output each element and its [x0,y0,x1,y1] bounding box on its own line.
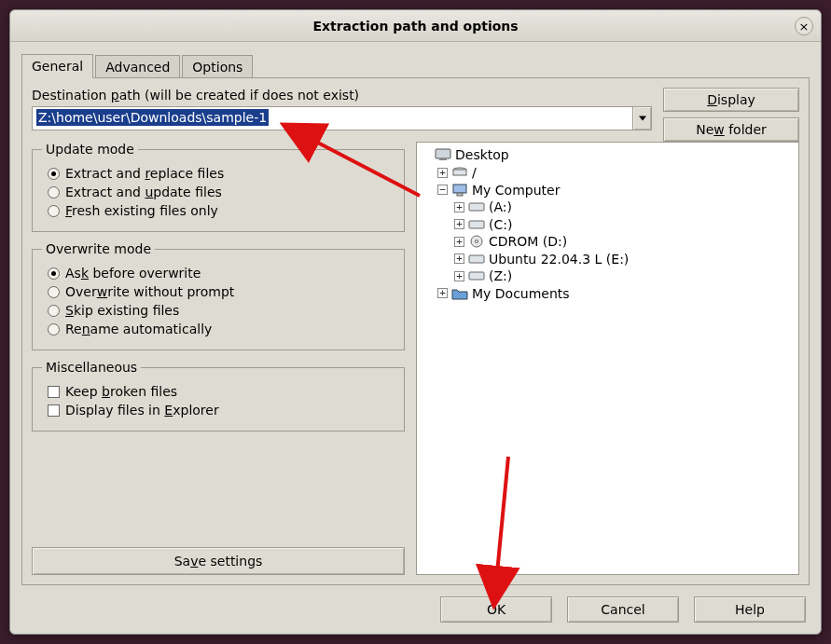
ok-button[interactable]: OK [440,596,552,623]
svg-rect-6 [457,193,463,196]
collapse-icon[interactable]: − [437,185,448,195]
radio-icon [48,323,60,336]
titlebar[interactable]: Extraction path and options × [10,10,821,42]
tree-node-ubuntu-e[interactable]: + Ubuntu 22.04.3 L (E:) [454,252,629,267]
overwrite-ask[interactable]: Ask before overwrite [48,266,395,281]
radio-icon [48,186,60,199]
tabs: General Advanced Options [21,51,810,77]
window-title: Extraction path and options [312,19,518,34]
folder-icon [451,286,468,301]
overwrite-skip[interactable]: Skip existing files [48,303,395,318]
update-mode-update[interactable]: Extract and update files [48,185,395,199]
svg-marker-0 [639,116,646,121]
display-in-explorer-checkbox[interactable]: ✓ Display files in Explorer [48,403,395,418]
radio-icon [48,267,60,280]
svg-rect-2 [439,158,447,160]
drive-icon [468,217,485,232]
radio-icon [48,286,60,298]
drive-icon [468,268,485,283]
tab-general[interactable]: General [21,54,93,78]
update-mode-group: Update mode Extract and replace files Ex… [32,142,405,232]
computer-icon [451,183,468,198]
radio-icon [48,305,60,317]
expander-icon [421,150,431,160]
svg-rect-5 [453,185,466,193]
drive-icon [451,165,468,180]
chevron-down-icon [639,116,646,121]
folder-tree[interactable]: Desktop + / [416,142,799,575]
svg-rect-7 [469,203,484,211]
checkbox-icon: ✓ [48,404,60,417]
tree-node-drive-c[interactable]: + (C:) [454,217,512,232]
drive-icon [468,252,485,267]
expand-icon[interactable]: + [454,253,464,264]
update-mode-fresh[interactable]: Fresh existing files only [48,203,395,218]
save-settings-button[interactable]: Save settings [32,547,405,575]
overwrite-without-prompt[interactable]: Overwrite without prompt [48,284,395,299]
miscellaneous-group: Miscellaneous ✓ Keep broken files ✓ Disp… [32,360,405,432]
tree-node-drive-a[interactable]: + (A:) [454,199,512,214]
svg-point-10 [476,240,478,243]
expand-icon[interactable]: + [454,271,464,281]
tree-node-my-documents[interactable]: + My Documents [437,286,570,301]
tree-node-drive-z[interactable]: + (Z:) [454,268,512,283]
cdrom-icon [468,234,485,249]
cancel-button[interactable]: Cancel [567,596,679,623]
radio-icon [48,168,60,180]
display-button[interactable]: Display [663,88,799,112]
client-area: General Advanced Options Destination pat… [10,42,821,634]
tree-node-my-computer[interactable]: − My Computer [437,183,560,198]
drive-icon [468,199,485,214]
radio-icon [48,205,60,217]
svg-rect-8 [469,221,484,228]
destination-path-combo[interactable]: Z:\home\user\Downloads\sample-1 [32,106,652,130]
overwrite-mode-legend: Overwrite mode [42,241,155,256]
svg-rect-1 [436,149,450,158]
destination-path-input[interactable]: Z:\home\user\Downloads\sample-1 [32,106,633,130]
tree-node-root-slash[interactable]: + / [437,165,477,180]
expand-icon[interactable]: + [454,202,464,212]
dialog-buttons: OK Cancel Help [21,585,810,623]
checkbox-icon: ✓ [48,386,60,398]
dialog-window: Extraction path and options × General Ad… [9,9,822,635]
expand-icon[interactable]: + [454,237,464,247]
help-button[interactable]: Help [694,596,806,623]
update-mode-legend: Update mode [42,142,138,157]
tab-advanced[interactable]: Advanced [95,55,180,78]
miscellaneous-legend: Miscellaneous [42,360,141,375]
tab-page-general: Destination path (will be created if doe… [21,77,810,585]
update-mode-replace[interactable]: Extract and replace files [48,166,395,181]
tab-options[interactable]: Options [182,55,253,78]
expand-icon[interactable]: + [437,168,448,178]
overwrite-mode-group: Overwrite mode Ask before overwrite Over… [32,241,405,350]
svg-rect-12 [469,272,484,280]
tree-node-desktop[interactable]: Desktop [421,147,509,162]
overwrite-rename[interactable]: Rename automatically [48,322,395,336]
svg-rect-4 [453,170,466,175]
new-folder-button[interactable]: New folder [663,117,799,142]
svg-rect-11 [469,255,484,263]
tree-node-cdrom-d[interactable]: + CDROM (D:) [454,234,567,249]
close-icon[interactable]: × [795,17,813,35]
keep-broken-files-checkbox[interactable]: ✓ Keep broken files [48,384,395,399]
expand-icon[interactable]: + [437,288,448,298]
desktop-icon [435,147,451,162]
expand-icon[interactable]: + [454,219,464,229]
destination-path-label: Destination path (will be created if doe… [32,88,652,103]
destination-path-dropdown[interactable] [633,106,652,130]
